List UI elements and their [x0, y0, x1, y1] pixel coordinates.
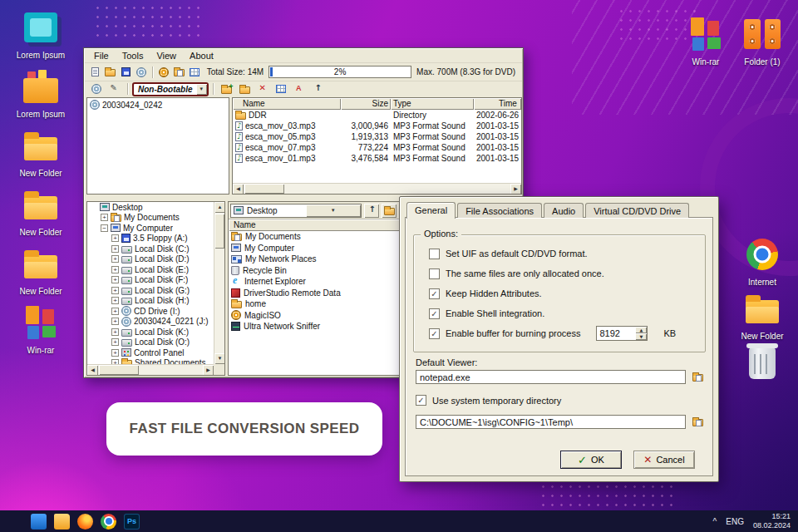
checkbox[interactable]: ✓ [429, 308, 440, 319]
taskbar-icon-chrome[interactable] [101, 514, 116, 530]
checkbox[interactable] [429, 249, 440, 259]
rename-button[interactable] [291, 82, 308, 96]
column-header-size[interactable]: Size [341, 98, 391, 110]
file-row-esca-mov-05-mp3[interactable]: esca_mov_05.mp3 1,919,313MP3 Format Soun… [233, 131, 521, 142]
expand-toggle[interactable]: + [111, 287, 119, 294]
vertical-scrollbar[interactable]: ▲ ▼ [214, 202, 224, 364]
file-row-ddr[interactable]: DDR Directory2002-06-26 [233, 110, 521, 121]
tree-item-desktop[interactable]: + Desktop [87, 202, 214, 213]
browse-temp-button[interactable] [689, 415, 706, 429]
expand-toggle[interactable]: + [111, 297, 119, 304]
expand-toggle[interactable]: + [111, 338, 119, 346]
tree-item-shared-documents[interactable]: + Shared Documents [87, 358, 214, 365]
collapse-toggle[interactable]: − [101, 224, 108, 232]
expand-toggle[interactable]: + [111, 308, 119, 315]
menu-view[interactable]: View [150, 50, 183, 62]
cancel-button[interactable]: ✕ Cancel [633, 451, 695, 469]
language-indicator[interactable]: ENG [726, 517, 744, 526]
write-cd-button[interactable] [88, 82, 105, 96]
tree-item-local-disk-g[interactable]: + Local Disk (G:) [87, 285, 214, 296]
tray-expand-icon[interactable]: ^ [713, 517, 717, 526]
column-header-time[interactable]: Time [474, 98, 521, 110]
scrollbar-thumb[interactable] [214, 214, 224, 249]
scrollbar-thumb[interactable] [244, 184, 284, 194]
project-root-item[interactable]: 20030424_0242 [87, 98, 229, 111]
menu-file[interactable]: File [87, 50, 116, 62]
boot-type-combo[interactable]: Non-Bootable ▼ [132, 82, 209, 96]
tab-general[interactable]: General [406, 202, 456, 219]
new-folder-button[interactable] [236, 82, 253, 96]
add-files-button[interactable] [218, 82, 234, 96]
expand-toggle[interactable]: + [101, 214, 108, 221]
temp-dir-input[interactable]: C:\DOCUME~1\isg\CONFIG~1\Temp\ [416, 415, 686, 429]
burn-button[interactable] [157, 65, 171, 79]
spin-down-button[interactable]: ▼ [635, 333, 647, 340]
column-header-type[interactable]: Type [391, 98, 474, 110]
expand-toggle[interactable]: + [111, 276, 119, 283]
file-row-esca-mov-07-mp3[interactable]: esca_mov_07.mp3 773,224MP3 Format Sound2… [233, 142, 521, 153]
refresh-button[interactable] [382, 204, 397, 218]
extract-button[interactable] [173, 65, 187, 79]
tree-item-20030424-0221-j[interactable]: + 20030424_0221 (J:) [87, 317, 214, 328]
default-viewer-input[interactable]: notepad.exe [416, 370, 686, 384]
tab-file-associations[interactable]: File Associations [457, 203, 542, 218]
chevron-down-icon[interactable]: ▼ [196, 84, 207, 95]
edit-button[interactable] [106, 82, 123, 96]
checkbox[interactable]: ✓ [429, 288, 440, 299]
expand-toggle[interactable]: + [111, 349, 119, 357]
tree-item-local-disk-h[interactable]: + Local Disk (H:) [87, 296, 214, 307]
save-button[interactable] [119, 65, 133, 79]
taskbar-icon-windows-start[interactable] [7, 514, 23, 530]
checkbox[interactable]: ✓ [429, 328, 440, 339]
open-cd-button[interactable] [135, 65, 149, 79]
column-header-name[interactable]: Name [233, 98, 341, 110]
desktop-icon-win-rar[interactable]: Win-rar [678, 17, 733, 67]
taskbar-icon-photoshop[interactable]: Ps [124, 514, 140, 530]
expand-toggle[interactable]: + [111, 255, 119, 263]
scrollbar-thumb[interactable] [99, 365, 139, 375]
desktop-icon-new-folder[interactable]: New Folder [735, 291, 790, 342]
tree-item-local-disk-d[interactable]: + Local Disk (D:) [87, 254, 214, 265]
tree-item-my-computer[interactable]: − My Computer [87, 223, 214, 234]
desktop-icon-recycle-bin[interactable] [735, 346, 790, 397]
open-button[interactable] [104, 65, 118, 79]
tree-item-local-disk-o[interactable]: + Local Disk (O:) [87, 337, 214, 348]
tree-item-local-disk-f[interactable]: + Local Disk (F:) [87, 275, 214, 286]
desktop-icon-folder-1[interactable]: Folder (1) [735, 17, 790, 67]
expand-toggle[interactable]: + [111, 234, 119, 242]
checkbox[interactable]: ✓ [416, 395, 426, 406]
expand-toggle[interactable]: + [111, 266, 119, 273]
chevron-down-icon[interactable]: ▼ [306, 204, 362, 217]
tree-item-local-disk-c[interactable]: + Local Disk (C:) [87, 244, 214, 254]
select-all-button[interactable] [273, 82, 289, 96]
taskbar-icon-app-window[interactable] [31, 514, 47, 530]
horizontal-scrollbar[interactable]: ◀ ▶ [87, 364, 214, 375]
taskbar-clock[interactable]: 15:21 08.02.2024 [753, 512, 791, 530]
scroll-right-button[interactable]: ▶ [203, 365, 214, 376]
desktop-icon-internet[interactable]: Internet [735, 237, 790, 288]
ok-button[interactable]: ✓ OK [560, 451, 622, 469]
scroll-down-button[interactable]: ▼ [214, 353, 225, 364]
up-level-button[interactable] [309, 82, 326, 96]
convert-button[interactable] [188, 65, 202, 79]
browse-viewer-button[interactable] [689, 370, 706, 384]
buffer-size-input[interactable]: 8192▲▼ [596, 326, 648, 341]
expand-toggle[interactable]: + [111, 245, 119, 253]
scroll-right-button[interactable]: ▶ [510, 184, 521, 195]
file-row-esca-mov-01-mp3[interactable]: esca_mov_01.mp3 3,476,584MP3 Format Soun… [233, 153, 521, 164]
expand-toggle[interactable]: + [111, 318, 119, 325]
up-folder-button[interactable] [364, 204, 379, 218]
taskbar-icon-file-explorer[interactable] [54, 514, 70, 530]
tree-item-local-disk-k[interactable]: + Local Disk (K:) [87, 327, 214, 337]
expand-toggle[interactable]: + [111, 328, 119, 336]
tree-item-my-documents[interactable]: + My Documents [87, 213, 214, 224]
tab-audio[interactable]: Audio [544, 203, 584, 218]
delete-button[interactable] [254, 82, 271, 96]
file-row-esca-mov-03-mp3[interactable]: esca_mov_03.mp3 3,000,946MP3 Format Soun… [233, 121, 521, 131]
tab-virtual-cd-dvd-drive[interactable]: Virtual CD/DVD Drive [585, 203, 689, 218]
menu-about[interactable]: About [183, 50, 220, 62]
scroll-left-button[interactable]: ◀ [233, 184, 244, 195]
spin-up-button[interactable]: ▲ [635, 327, 647, 333]
new-project-button[interactable] [88, 65, 102, 79]
menu-tools[interactable]: Tools [116, 50, 150, 62]
